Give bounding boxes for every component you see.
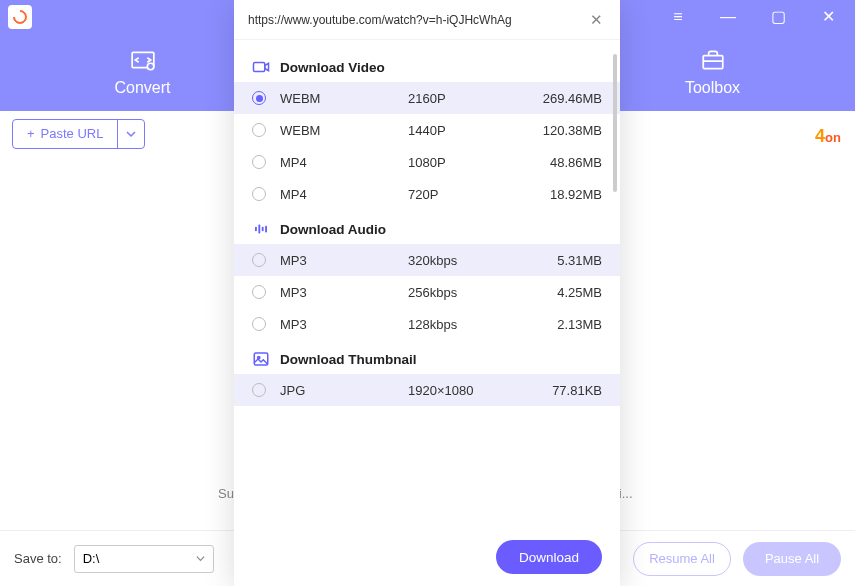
option-quality: 320kbps (408, 253, 557, 268)
modal-body: Download Video WEBM2160P269.46MBWEBM1440… (234, 40, 620, 528)
minimize-button[interactable]: — (709, 4, 747, 29)
radio-icon[interactable] (252, 155, 266, 169)
option-format: MP4 (280, 187, 408, 202)
option-format: MP3 (280, 317, 408, 332)
option-quality: 128kbps (408, 317, 557, 332)
close-button[interactable]: ✕ (809, 4, 847, 29)
download-options-modal: ✕ Download Video WEBM2160P269.46MBWEBM14… (234, 0, 620, 586)
tab-toolbox-label: Toolbox (685, 79, 740, 97)
option-size: 2.13MB (557, 317, 602, 332)
paste-url-label: Paste URL (41, 126, 104, 141)
option-size: 48.86MB (550, 155, 602, 170)
convert-icon (130, 47, 156, 73)
audio-icon (252, 220, 270, 238)
audio-section-title: Download Audio (280, 222, 386, 237)
url-input[interactable] (248, 13, 586, 27)
option-format: MP4 (280, 155, 408, 170)
image-icon (252, 350, 270, 368)
video-option-row[interactable]: MP41080P48.86MB (234, 146, 620, 178)
option-quality: 256kbps (408, 285, 557, 300)
radio-icon[interactable] (252, 317, 266, 331)
paste-url-button-group: + Paste URL (12, 119, 145, 149)
option-quality: 1920×1080 (408, 383, 552, 398)
thumb-section-header: Download Thumbnail (234, 340, 620, 374)
radio-icon[interactable] (252, 253, 266, 267)
option-size: 120.38MB (543, 123, 602, 138)
paste-url-dropdown[interactable] (118, 120, 144, 148)
option-quality: 2160P (408, 91, 543, 106)
svg-rect-6 (262, 227, 264, 232)
svg-point-1 (147, 63, 154, 70)
option-quality: 1080P (408, 155, 550, 170)
audio-option-row[interactable]: MP3320kbps5.31MB (234, 244, 620, 276)
radio-icon[interactable] (252, 91, 266, 105)
radio-icon[interactable] (252, 123, 266, 137)
video-option-row[interactable]: WEBM2160P269.46MB (234, 82, 620, 114)
video-section-title: Download Video (280, 60, 385, 75)
chevron-down-icon (196, 554, 205, 563)
modal-header: ✕ (234, 0, 620, 40)
svg-rect-4 (255, 227, 257, 232)
option-format: JPG (280, 383, 408, 398)
plus-icon: + (27, 126, 35, 141)
option-size: 5.31MB (557, 253, 602, 268)
option-quality: 1440P (408, 123, 543, 138)
saveto-select[interactable]: D:\ (74, 545, 214, 573)
audio-option-row[interactable]: MP3128kbps2.13MB (234, 308, 620, 340)
radio-icon[interactable] (252, 383, 266, 397)
option-size: 269.46MB (543, 91, 602, 106)
saveto-label: Save to: (14, 551, 62, 566)
saveto-value: D:\ (83, 551, 100, 566)
scrollbar[interactable] (613, 54, 617, 192)
toolbox-icon (700, 47, 726, 73)
option-size: 4.25MB (557, 285, 602, 300)
radio-icon[interactable] (252, 187, 266, 201)
app-logo (8, 5, 32, 29)
modal-footer: Download (234, 528, 620, 586)
download-button[interactable]: Download (496, 540, 602, 574)
pause-all-button[interactable]: Pause All (743, 542, 841, 576)
option-format: WEBM (280, 91, 408, 106)
maximize-button[interactable]: ▢ (759, 4, 797, 29)
video-section-header: Download Video (234, 48, 620, 82)
option-format: WEBM (280, 123, 408, 138)
video-option-row[interactable]: WEBM1440P120.38MB (234, 114, 620, 146)
close-icon[interactable]: ✕ (586, 11, 606, 29)
brand-watermark: 4on (815, 126, 841, 147)
thumb-option-row[interactable]: JPG1920×108077.81KB (234, 374, 620, 406)
video-icon (252, 58, 270, 76)
option-format: MP3 (280, 253, 408, 268)
audio-section-header: Download Audio (234, 210, 620, 244)
option-size: 77.81KB (552, 383, 602, 398)
audio-option-row[interactable]: MP3256kbps4.25MB (234, 276, 620, 308)
tab-convert-label: Convert (114, 79, 170, 97)
video-option-row[interactable]: MP4720P18.92MB (234, 178, 620, 210)
svg-rect-7 (265, 226, 267, 233)
thumb-section-title: Download Thumbnail (280, 352, 417, 367)
resume-all-button[interactable]: Resume All (633, 542, 731, 576)
svg-rect-2 (703, 56, 723, 69)
paste-url-button[interactable]: + Paste URL (13, 120, 118, 148)
svg-rect-5 (258, 225, 260, 234)
chevron-down-icon (126, 129, 136, 139)
svg-rect-3 (254, 63, 265, 72)
option-format: MP3 (280, 285, 408, 300)
option-size: 18.92MB (550, 187, 602, 202)
option-quality: 720P (408, 187, 550, 202)
menu-icon[interactable]: ≡ (659, 4, 697, 29)
radio-icon[interactable] (252, 285, 266, 299)
